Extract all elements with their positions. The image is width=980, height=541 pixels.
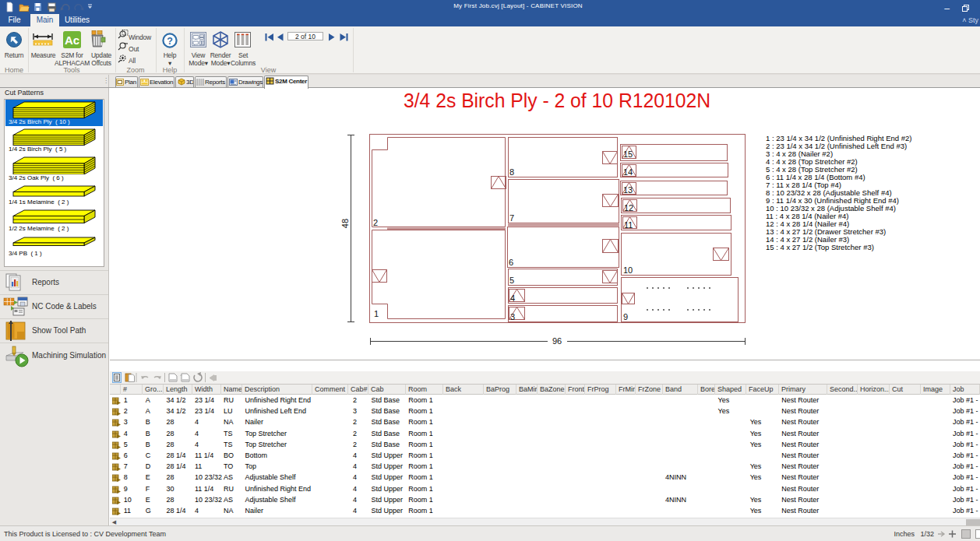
- svg-text:11: 11: [624, 220, 633, 230]
- svg-text:15 : 4 x 27 1/2 (Top Stretcher: 15 : 4 x 27 1/2 (Top Stretcher #3): [766, 243, 874, 251]
- svg-text:48: 48: [340, 219, 350, 228]
- svg-text:15: 15: [623, 149, 633, 159]
- svg-text:5: 5: [509, 276, 514, 285]
- svg-text:6: 6: [509, 258, 513, 267]
- svg-text:1: 1: [374, 309, 379, 318]
- svg-text:3/4 2s Birch Ply - 2 of 10 R12: 3/4 2s Birch Ply - 2 of 10 R120102N: [404, 89, 710, 112]
- svg-text:10: 10: [623, 265, 633, 275]
- svg-text:4: 4: [510, 293, 515, 303]
- svg-text:Ac: Ac: [65, 33, 79, 47]
- svg-text:?: ?: [167, 36, 173, 47]
- svg-text:2: 2: [373, 218, 378, 227]
- svg-text:7: 7: [509, 213, 514, 223]
- svg-text:13: 13: [623, 185, 633, 195]
- svg-text:8: 8: [509, 167, 514, 177]
- svg-text:12: 12: [624, 203, 633, 213]
- svg-text:14: 14: [623, 167, 633, 177]
- svg-text:3: 3: [510, 312, 515, 321]
- svg-text:96: 96: [552, 336, 562, 346]
- svg-text:9: 9: [623, 312, 628, 321]
